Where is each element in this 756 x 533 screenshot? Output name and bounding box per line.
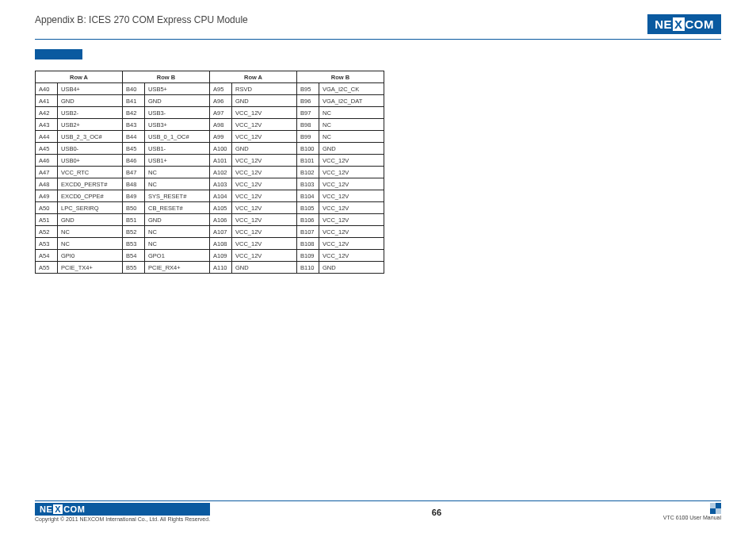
table-cell: B96 — [297, 95, 319, 107]
table-cell: A108 — [210, 238, 232, 250]
table-cell: USB1- — [145, 143, 210, 155]
table-row: A47VCC_RTCB47NCA102VCC_12VB102VCC_12V — [36, 167, 384, 178]
table-cell: A45 — [36, 143, 58, 155]
table-cell: B108 — [297, 238, 319, 250]
table-cell: VCC_12V — [319, 155, 384, 167]
table-cell: B107 — [297, 226, 319, 238]
nexcom-logo-bottom: NEXCOM — [35, 503, 210, 516]
pin-table: Row A Row B Row A Row B A40USB4+B40USB5+… — [35, 71, 384, 274]
col-header: Row A — [36, 71, 123, 83]
table-cell: EXCD0_CPPE# — [58, 190, 123, 202]
table-cell: VCC_12V — [232, 202, 297, 214]
col-header: Row B — [123, 71, 210, 83]
table-row: A52NCB52NCA107VCC_12VB107VCC_12V — [36, 226, 384, 238]
table-cell: PCIE_RX4+ — [145, 262, 210, 274]
table-cell: B95 — [297, 83, 319, 95]
table-cell: VCC_12V — [232, 119, 297, 131]
copyright-text: Copyright © 2011 NEXCOM International Co… — [35, 516, 210, 522]
table-cell: A53 — [36, 238, 58, 250]
table-cell: B48 — [123, 178, 145, 190]
table-row: A54GPI0B54GPO1A109VCC_12VB109VCC_12V — [36, 250, 384, 262]
table-cell: B52 — [123, 226, 145, 238]
footer: NEXCOM Copyright © 2011 NEXCOM Internati… — [35, 500, 721, 522]
logo-text-pre: NE — [655, 17, 672, 31]
table-cell: B103 — [297, 178, 319, 190]
table-cell: GND — [232, 95, 297, 107]
table-cell: VCC_RTC — [58, 167, 123, 178]
table-cell: B101 — [297, 155, 319, 167]
table-cell: USB0+ — [58, 155, 123, 167]
table-cell: A43 — [36, 119, 58, 131]
table-row: A53NCB53NCA108VCC_12VB108VCC_12V — [36, 238, 384, 250]
table-cell: A103 — [210, 178, 232, 190]
table-cell: A98 — [210, 119, 232, 131]
logo-text-x: X — [53, 504, 63, 514]
table-cell: GND — [58, 95, 123, 107]
table-cell: A104 — [210, 190, 232, 202]
table-cell: VCC_12V — [232, 178, 297, 190]
table-cell: A110 — [210, 262, 232, 274]
table-cell: B97 — [297, 107, 319, 119]
table-cell: NC — [145, 167, 210, 178]
table-cell: VCC_12V — [232, 167, 297, 178]
table-cell: GND — [58, 214, 123, 226]
table-cell: VCC_12V — [319, 190, 384, 202]
table-cell: B49 — [123, 190, 145, 202]
table-cell: VGA_I2C_CK — [319, 83, 384, 95]
table-cell: B55 — [123, 262, 145, 274]
table-cell: A55 — [36, 262, 58, 274]
table-cell: VGA_I2C_DAT — [319, 95, 384, 107]
table-cell: NC — [58, 238, 123, 250]
table-row: A49EXCD0_CPPE#B49SYS_RESET#A104VCC_12VB1… — [36, 190, 384, 202]
table-row: A51GNDB51GNDA106VCC_12VB106VCC_12V — [36, 214, 384, 226]
table-cell: VCC_12V — [319, 167, 384, 178]
table-cell: GND — [232, 262, 297, 274]
table-cell: GND — [232, 143, 297, 155]
table-cell: GPO1 — [145, 250, 210, 262]
table-cell: NC — [58, 226, 123, 238]
table-cell: USB3+ — [145, 119, 210, 131]
table-cell: A48 — [36, 178, 58, 190]
table-cell: VCC_12V — [232, 214, 297, 226]
table-row: A40USB4+B40USB5+A95RSVDB95VGA_I2C_CK — [36, 83, 384, 95]
table-cell: NC — [145, 238, 210, 250]
table-header-row: Row A Row B Row A Row B — [36, 71, 384, 83]
table-row: A41GNDB41GNDA96GNDB96VGA_I2C_DAT — [36, 95, 384, 107]
table-cell: A102 — [210, 167, 232, 178]
table-cell: VCC_12V — [232, 131, 297, 143]
table-cell: VCC_12V — [319, 238, 384, 250]
table-cell: USB_2_3_OC# — [58, 131, 123, 143]
table-cell: B54 — [123, 250, 145, 262]
table-cell: USB_0_1_OC# — [145, 131, 210, 143]
table-cell: B44 — [123, 131, 145, 143]
table-cell: B41 — [123, 95, 145, 107]
table-cell: A97 — [210, 107, 232, 119]
table-cell: USB5+ — [145, 83, 210, 95]
table-cell: B46 — [123, 155, 145, 167]
table-cell: A101 — [210, 155, 232, 167]
table-cell: A47 — [36, 167, 58, 178]
table-row: A44USB_2_3_OC#B44USB_0_1_OC#A99VCC_12VB9… — [36, 131, 384, 143]
table-cell: CB_RESET# — [145, 202, 210, 214]
table-cell: B106 — [297, 214, 319, 226]
col-header: Row A — [210, 71, 297, 83]
table-cell: A51 — [36, 214, 58, 226]
table-cell: A54 — [36, 250, 58, 262]
table-row: A48EXCD0_PERST#B48NCA103VCC_12VB103VCC_1… — [36, 178, 384, 190]
table-cell: B53 — [123, 238, 145, 250]
nexcom-logo-top: NEXCOM — [647, 14, 721, 34]
table-cell: B43 — [123, 119, 145, 131]
table-cell: B42 — [123, 107, 145, 119]
table-cell: B50 — [123, 202, 145, 214]
table-cell: NC — [319, 107, 384, 119]
table-cell: NC — [145, 226, 210, 238]
table-cell: A106 — [210, 214, 232, 226]
logo-text-pre: NE — [40, 504, 52, 514]
table-cell: B40 — [123, 83, 145, 95]
table-cell: A99 — [210, 131, 232, 143]
appendix-title: Appendix B: ICES 270 COM Express CPU Mod… — [35, 14, 248, 25]
table-cell: B102 — [297, 167, 319, 178]
col-header: Row B — [297, 71, 384, 83]
table-cell: VCC_12V — [319, 202, 384, 214]
table-cell: VCC_12V — [232, 226, 297, 238]
